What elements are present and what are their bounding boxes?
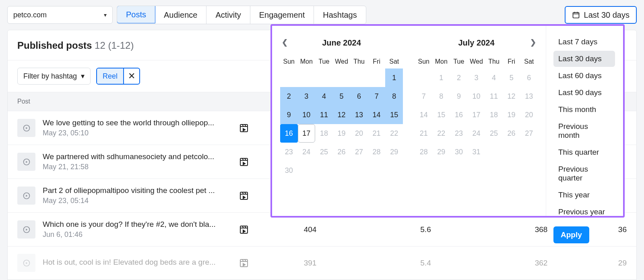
metric-2: 5.4	[372, 259, 480, 268]
calendar-day[interactable]: 21	[368, 124, 386, 143]
calendar-day[interactable]: 5	[503, 68, 520, 87]
post-thumbnail[interactable]	[17, 153, 35, 171]
calendar-day[interactable]: 29	[385, 143, 403, 161]
preset-this-quarter[interactable]: This quarter	[553, 144, 615, 160]
calendar-day[interactable]: 2	[450, 68, 468, 87]
calendar-day[interactable]: 19	[333, 124, 351, 143]
panel-count: 12 (1-12)	[95, 40, 134, 51]
calendar-day[interactable]: 26	[333, 143, 351, 161]
table-row[interactable]: Hot is out, cool is in! Elevated dog bed…	[8, 247, 636, 280]
preset-last-60-days[interactable]: Last 60 days	[553, 68, 615, 84]
calendar-day[interactable]: 18	[485, 106, 503, 124]
metric-4: 29	[603, 259, 627, 268]
tab-audience[interactable]: Audience	[155, 6, 206, 24]
calendar-day[interactable]: 18	[315, 124, 333, 143]
metric-1: 404	[256, 225, 364, 234]
tab-posts[interactable]: Posts	[117, 6, 155, 23]
calendar-day[interactable]: 2	[280, 87, 298, 106]
dow-label: Thu	[485, 58, 503, 65]
post-thumbnail[interactable]	[17, 254, 35, 272]
calendar-day[interactable]: 15	[385, 106, 403, 124]
calendar-day[interactable]: 21	[415, 124, 433, 143]
preset-last-7-days[interactable]: Last 7 days	[553, 34, 615, 50]
calendar-day[interactable]: 4	[485, 68, 503, 87]
calendar-day[interactable]: 7	[368, 87, 386, 106]
calendar-day[interactable]: 6	[520, 68, 538, 87]
next-month-icon[interactable]: ❯	[530, 38, 536, 47]
calendar-day[interactable]: 27	[520, 124, 538, 143]
preset-this-year[interactable]: This year	[553, 187, 615, 203]
preset-previous-month[interactable]: Previous month	[553, 118, 615, 143]
calendar-day[interactable]: 3	[298, 87, 316, 106]
filter-hashtag-button[interactable]: Filter by hashtag ▾	[17, 68, 91, 85]
calendar-day[interactable]: 14	[415, 106, 433, 124]
calendar-day[interactable]: 29	[433, 143, 450, 161]
calendar-day[interactable]: 25	[485, 124, 503, 143]
calendar-day[interactable]: 23	[280, 143, 298, 161]
calendar-day[interactable]: 9	[280, 106, 298, 124]
post-thumbnail[interactable]	[17, 119, 35, 137]
calendar-day[interactable]: 8	[433, 87, 450, 106]
calendar-day[interactable]: 7	[415, 87, 433, 106]
calendar-day	[280, 68, 298, 87]
calendar-day[interactable]: 22	[385, 124, 403, 143]
calendar-day[interactable]: 1	[433, 68, 450, 87]
preset-previous-quarter[interactable]: Previous quarter	[553, 161, 615, 186]
apply-button[interactable]: Apply	[553, 226, 589, 243]
calendar-day[interactable]: 20	[350, 124, 368, 143]
preset-last-90-days[interactable]: Last 90 days	[553, 85, 615, 101]
prev-month-icon[interactable]: ❮	[282, 38, 288, 47]
calendar-day[interactable]: 28	[415, 143, 433, 161]
calendar-day[interactable]: 25	[315, 143, 333, 161]
calendar-day[interactable]: 14	[368, 106, 386, 124]
calendar-day[interactable]: 16	[450, 106, 468, 124]
post-thumbnail[interactable]	[17, 220, 35, 239]
tab-hashtags[interactable]: Hashtags	[314, 6, 366, 24]
date-range-button[interactable]: Last 30 days	[565, 6, 637, 24]
preset-this-month[interactable]: This month	[553, 102, 615, 118]
calendar-day[interactable]: 17	[298, 124, 316, 143]
calendar-day[interactable]: 17	[468, 106, 485, 124]
calendar-day[interactable]: 13	[520, 87, 538, 106]
calendar-day[interactable]: 30	[280, 161, 298, 180]
calendar-day[interactable]: 4	[315, 87, 333, 106]
calendar-day[interactable]: 27	[350, 143, 368, 161]
calendar-day[interactable]: 11	[315, 106, 333, 124]
calendar-day[interactable]: 31	[468, 143, 485, 161]
calendar-day[interactable]: 19	[503, 106, 520, 124]
post-thumbnail[interactable]	[17, 187, 35, 205]
post-title: Hot is out, cool is in! Elevated dog bed…	[43, 258, 232, 267]
calendar-day[interactable]: 20	[520, 106, 538, 124]
table-row[interactable]: Which one is your dog? If they're #2, we…	[8, 213, 636, 247]
calendar-day[interactable]: 8	[385, 87, 403, 106]
calendar-day[interactable]: 15	[433, 106, 450, 124]
calendar-day[interactable]: 23	[450, 124, 468, 143]
close-icon[interactable]: ✕	[123, 68, 139, 84]
calendar-day[interactable]: 1	[385, 68, 403, 87]
calendar-day[interactable]: 10	[298, 106, 316, 124]
calendar-day[interactable]: 28	[368, 143, 386, 161]
calendar-day[interactable]: 12	[503, 87, 520, 106]
chevron-down-icon: ▾	[104, 12, 107, 18]
calendar-day[interactable]: 5	[333, 87, 351, 106]
calendar-day[interactable]: 10	[468, 87, 485, 106]
calendar-day[interactable]: 6	[350, 87, 368, 106]
calendar-day[interactable]: 9	[450, 87, 468, 106]
dow-label: Wed	[468, 58, 485, 65]
preset-last-30-days[interactable]: Last 30 days	[553, 51, 615, 67]
calendar-day[interactable]: 24	[468, 124, 485, 143]
domain-select[interactable]: petco.com ▾	[7, 6, 113, 24]
calendar-day[interactable]: 26	[503, 124, 520, 143]
preset-previous-year[interactable]: Previous year	[553, 204, 615, 220]
tab-activity[interactable]: Activity	[206, 6, 250, 24]
calendar-day[interactable]: 11	[485, 87, 503, 106]
calendar-day[interactable]: 22	[433, 124, 450, 143]
calendar-day[interactable]: 16	[280, 124, 298, 143]
calendar-day[interactable]: 30	[450, 143, 468, 161]
calendar-day[interactable]: 12	[333, 106, 351, 124]
calendar-day[interactable]: 24	[298, 143, 316, 161]
tab-engagement[interactable]: Engagement	[250, 6, 314, 24]
calendar-day[interactable]: 13	[350, 106, 368, 124]
filter-chip-reel[interactable]: Reel ✕	[96, 68, 140, 85]
calendar-day[interactable]: 3	[468, 68, 485, 87]
